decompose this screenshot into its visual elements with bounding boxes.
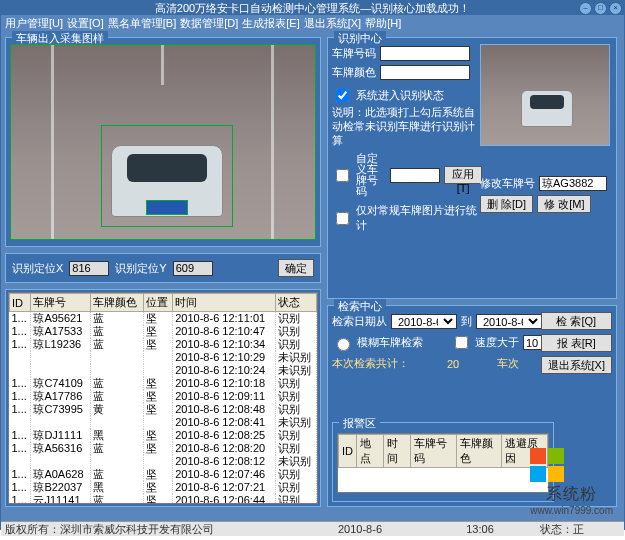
table-row[interactable]: 1...琼L19236蓝坚2010-8-6 12:10:34识别 (10, 338, 317, 351)
apply-button[interactable]: 应用[T] (444, 166, 482, 184)
sys-recog-checkbox[interactable] (336, 89, 349, 102)
table-row[interactable]: 1...琼A17533蓝坚2010-8-6 12:10:47识别 (10, 325, 317, 338)
maximize-icon[interactable]: □ (594, 2, 607, 15)
pos-x-input[interactable] (69, 261, 109, 276)
only-common-checkbox[interactable] (336, 212, 349, 225)
result-header[interactable]: ID (10, 294, 31, 312)
alarm-header[interactable]: 时间 (384, 435, 411, 468)
table-cell: 识别 (275, 468, 316, 481)
pos-y-input[interactable] (173, 261, 213, 276)
table-row[interactable]: 1...琼A95621蓝坚2010-8-6 12:11:01识别 (10, 312, 317, 326)
custom-plate-input[interactable] (390, 168, 440, 183)
status-state: 状态：正 (540, 522, 620, 537)
modify-button[interactable]: 修 改[M] (537, 195, 591, 213)
table-row[interactable]: 1...琼A56316蓝坚2010-8-6 12:08:20识别 (10, 442, 317, 455)
table-cell: 识别 (275, 390, 316, 403)
menu-exit[interactable]: 退出系统[X] (304, 16, 361, 31)
table-row[interactable]: 2010-8-6 12:10:29未识别 (10, 351, 317, 364)
table-cell: 识别 (275, 442, 316, 455)
result-header[interactable]: 车牌颜色 (91, 294, 144, 312)
recognition-panel: 识别中心 车牌号码 车牌颜色 系统进入识别状态 说明：此选项打上勾后系统自动检常… (327, 37, 617, 299)
table-row[interactable]: 1...琼A0A628蓝坚2010-8-6 12:07:46识别 (10, 468, 317, 481)
result-header[interactable]: 状态 (275, 294, 316, 312)
table-row[interactable]: 1...琼A17786蓝坚2010-8-6 12:09:11识别 (10, 390, 317, 403)
alarm-panel: 报警区 ID地点时间车牌号码车牌颜色逃避原因 (332, 422, 554, 502)
recog-desc: 说明：此选项打上勾后系统自动检常未识别车牌进行识别计算 (332, 105, 482, 147)
menu-blacklist[interactable]: 黑名单管理[B] (108, 16, 176, 31)
result-header[interactable]: 位置 (144, 294, 173, 312)
pos-confirm-button[interactable]: 确定 (278, 259, 314, 277)
status-time: 13:06 (420, 523, 540, 535)
table-cell: 坚 (144, 494, 173, 504)
table-cell (10, 416, 31, 429)
menu-help[interactable]: 帮助[H] (365, 16, 401, 31)
alarm-header[interactable]: 车牌号码 (411, 435, 457, 468)
table-cell: 2010-8-6 12:09:11 (173, 390, 276, 403)
table-cell: 未识别 (275, 351, 316, 364)
table-cell: 坚 (144, 390, 173, 403)
menu-report[interactable]: 生成报表[E] (242, 16, 299, 31)
table-cell: 1... (10, 403, 31, 416)
date-to-select[interactable]: 2010-8-6 (476, 314, 542, 329)
table-cell: 琼C73995 (31, 403, 91, 416)
speed-label: 速度大于 (475, 335, 519, 350)
menu-bar: 用户管理[U] 设置[O] 黑名单管理[B] 数据管理[D] 生成报表[E] 退… (1, 15, 624, 31)
table-cell: 识别 (275, 377, 316, 390)
result-header[interactable]: 车牌号 (31, 294, 91, 312)
table-cell: 识别 (275, 429, 316, 442)
table-cell: 未识别 (275, 364, 316, 377)
delete-button[interactable]: 删 除[D] (480, 195, 533, 213)
table-cell: 琼A95621 (31, 312, 91, 326)
table-cell: 1... (10, 325, 31, 338)
date-from-select[interactable]: 2010-8-6 (391, 314, 457, 329)
exit-button[interactable]: 退出系统[X] (541, 356, 612, 374)
table-cell (144, 416, 173, 429)
table-row[interactable]: 1...琼DJ1111黑坚2010-8-6 12:08:25识别 (10, 429, 317, 442)
menu-user[interactable]: 用户管理[U] (5, 16, 63, 31)
result-header[interactable]: 时间 (173, 294, 276, 312)
menu-settings[interactable]: 设置[O] (67, 16, 104, 31)
table-row[interactable]: 1...琼C74109蓝坚2010-8-6 12:10:18识别 (10, 377, 317, 390)
summary-label: 本次检索共计： (332, 356, 409, 371)
plate-no-input[interactable] (380, 46, 470, 61)
table-row[interactable]: 1...琼B22037黑坚2010-8-6 12:07:21识别 (10, 481, 317, 494)
table-row[interactable]: 1...云J11141蓝坚2010-8-6 12:06:44识别 (10, 494, 317, 504)
search-button[interactable]: 检 索[Q] (541, 312, 612, 330)
table-row[interactable]: 2010-8-6 12:08:41未识别 (10, 416, 317, 429)
table-cell: 1... (10, 494, 31, 504)
table-cell: 坚 (144, 325, 173, 338)
table-cell: 云J11141 (31, 494, 91, 504)
table-cell: 2010-8-6 12:10:18 (173, 377, 276, 390)
table-cell (144, 455, 173, 468)
alarm-title: 报警区 (339, 416, 380, 431)
fuzzy-radio[interactable] (337, 338, 350, 351)
custom-plate-checkbox[interactable] (336, 169, 349, 182)
table-cell: 坚 (144, 442, 173, 455)
table-cell: 坚 (144, 403, 173, 416)
table-cell (31, 364, 91, 377)
table-cell: 蓝 (91, 338, 144, 351)
table-row[interactable]: 2010-8-6 12:10:24未识别 (10, 364, 317, 377)
watermark-url: www.win7999.com (530, 505, 613, 516)
result-table-scroll[interactable]: ID车牌号车牌颜色位置时间状态 1...琼A95621蓝坚2010-8-6 12… (8, 292, 318, 504)
table-cell: 蓝 (91, 468, 144, 481)
table-row[interactable]: 2010-8-6 12:08:12未识别 (10, 455, 317, 468)
close-icon[interactable]: × (609, 2, 622, 15)
only-common-label: 仅对常规车牌图片进行统计 (356, 203, 482, 233)
report-button[interactable]: 报 表[R] (541, 334, 612, 352)
plate-color-input[interactable] (380, 65, 470, 80)
modify-plate-input[interactable] (539, 176, 607, 191)
table-row[interactable]: 1...琼C73995黄坚2010-8-6 12:08:48识别 (10, 403, 317, 416)
alarm-header[interactable]: 地点 (357, 435, 384, 468)
table-cell: 1... (10, 377, 31, 390)
minimize-icon[interactable]: – (579, 2, 592, 15)
alarm-header[interactable]: 车牌颜色 (456, 435, 502, 468)
window-title: 高清200万络安卡口自动检测中心管理系统—识别核心加载成功！ (155, 2, 470, 14)
watermark: 系统粉 www.win7999.com (530, 448, 613, 516)
menu-data[interactable]: 数据管理[D] (180, 16, 238, 31)
alarm-header[interactable]: ID (339, 435, 357, 468)
speed-checkbox[interactable] (455, 336, 468, 349)
table-cell: 2010-8-6 12:08:20 (173, 442, 276, 455)
table-cell: 坚 (144, 468, 173, 481)
table-cell: 琼A17786 (31, 390, 91, 403)
